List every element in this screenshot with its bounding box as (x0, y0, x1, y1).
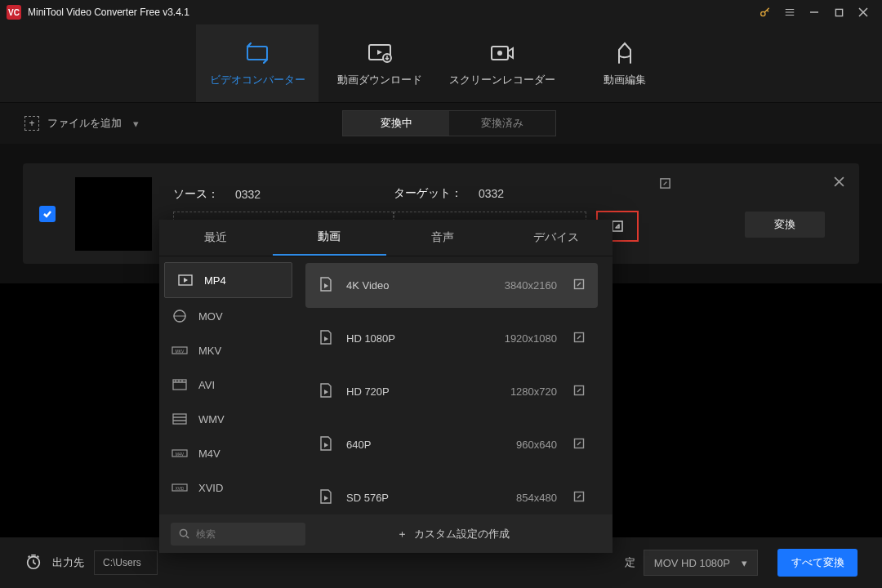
tab-recent[interactable]: 最近 (159, 220, 273, 256)
target-label: ターゲット： (394, 186, 462, 201)
record-icon (489, 40, 515, 66)
format-item-wmv[interactable]: WMV (159, 402, 297, 436)
format-item-xvid[interactable]: XVIDXVID (159, 470, 297, 505)
play-file-icon (318, 276, 335, 295)
mov-icon (171, 309, 189, 323)
preset-edit-icon[interactable] (573, 438, 585, 452)
app-logo-icon: VC (7, 5, 21, 20)
mkv-icon: MKV (171, 345, 189, 355)
preset-resolution: 1280x720 (488, 385, 557, 398)
remove-file-button[interactable] (834, 176, 844, 189)
svg-rect-18 (173, 414, 186, 424)
output-preset-dropdown[interactable]: MOV HD 1080P ▾ (644, 550, 758, 576)
edit-target-icon[interactable] (659, 177, 671, 192)
output-path-field[interactable]: C:\Users (94, 550, 158, 575)
nav-label: 動画ダウンロード (337, 73, 422, 87)
seg-converted[interactable]: 変換済み (449, 111, 555, 136)
preset-resolution: 1920x1080 (488, 332, 557, 345)
search-icon (179, 528, 189, 539)
close-button[interactable] (851, 0, 875, 24)
toolbar: + ファイルを追加 ▾ 変換中 変換済み (0, 103, 882, 144)
format-popup: 最近 動画 音声 デバイス MP4 MOV MKVMKV AVI WMV M4V… (159, 220, 612, 553)
format-item-mov[interactable]: MOV (159, 299, 297, 333)
clock-icon[interactable] (24, 553, 42, 573)
preset-640p[interactable]: 640P 960x640 (305, 422, 598, 467)
format-list: MP4 MOV MKVMKV AVI WMV M4VM4V XVIDXVID A… (159, 256, 297, 514)
format-item-m4v[interactable]: M4VM4V (159, 436, 297, 470)
format-item-mp4[interactable]: MP4 (164, 262, 292, 298)
plus-icon: ＋ (397, 527, 408, 541)
settings-suffix: 定 (625, 555, 635, 570)
file-checkbox[interactable] (39, 206, 56, 222)
nav-video-download[interactable]: 動画ダウンロード (318, 24, 441, 102)
xvid-icon: XVID (171, 483, 189, 492)
menu-icon[interactable] (777, 0, 802, 24)
minimize-button[interactable] (802, 0, 826, 24)
tab-audio[interactable]: 音声 (386, 220, 500, 256)
preset-edit-icon[interactable] (573, 332, 585, 345)
preset-4k[interactable]: 4K Video 3840x2160 (305, 263, 598, 308)
preset-edit-icon[interactable] (573, 278, 585, 292)
edit-icon (614, 40, 635, 66)
preset-1080p[interactable]: HD 1080P 1920x1080 (305, 316, 598, 361)
status-segmented-control: 変換中 変換済み (342, 110, 556, 136)
video-file-icon (176, 274, 194, 286)
download-icon (367, 40, 393, 66)
add-file-label: ファイルを追加 (47, 116, 122, 131)
chevron-down-icon: ▾ (742, 557, 747, 569)
play-file-icon (318, 329, 335, 348)
play-file-icon (318, 488, 335, 507)
preset-name: 4K Video (346, 279, 488, 292)
nav-label: ビデオコンバーター (210, 73, 305, 87)
search-input[interactable] (194, 528, 279, 541)
nav-video-edit[interactable]: 動画編集 (564, 24, 686, 102)
video-thumbnail[interactable] (75, 177, 152, 251)
main-nav: ビデオコンバーター 動画ダウンロード スクリーンレコーダー 動画編集 (0, 24, 882, 103)
convert-button[interactable]: 変換 (745, 212, 825, 238)
play-file-icon (318, 435, 335, 454)
svg-text:XVID: XVID (176, 487, 185, 491)
svg-point-29 (180, 529, 186, 536)
preset-edit-icon[interactable] (573, 385, 585, 399)
create-custom-preset[interactable]: ＋ カスタム設定の作成 (305, 527, 601, 541)
app-title: MiniTool Video Converter Free v3.4.1 (28, 7, 189, 18)
nav-screen-recorder[interactable]: スクリーンレコーダー (441, 24, 564, 102)
format-item-mkv[interactable]: MKVMKV (159, 333, 297, 368)
wmv-icon (171, 413, 189, 425)
chevron-down-icon: ▾ (133, 118, 139, 130)
preset-576p[interactable]: SD 576P 854x480 (305, 475, 598, 514)
maximize-button[interactable] (826, 0, 851, 24)
output-label: 出力先 (52, 555, 84, 570)
svg-text:M4V: M4V (176, 452, 185, 457)
svg-text:MKV: MKV (176, 349, 185, 354)
popup-tabs: 最近 動画 音声 デバイス (159, 220, 612, 256)
preset-list[interactable]: 4K Video 3840x2160 HD 1080P 1920x1080 HD… (297, 256, 612, 514)
search-box[interactable] (171, 523, 305, 546)
preset-resolution: 854x480 (488, 492, 557, 504)
title-bar: VC MiniTool Video Converter Free v3.4.1 (0, 0, 882, 24)
seg-converting[interactable]: 変換中 (343, 111, 449, 136)
key-icon[interactable] (753, 0, 777, 24)
svg-rect-1 (835, 9, 842, 16)
nav-video-converter[interactable]: ビデオコンバーター (196, 24, 318, 102)
convert-all-button[interactable]: すべて変換 (777, 549, 858, 577)
format-item-avi[interactable]: AVI (159, 368, 297, 402)
preset-edit-icon[interactable] (573, 491, 585, 505)
preset-name: SD 576P (346, 492, 488, 504)
preset-name: 640P (346, 439, 488, 451)
plus-icon: + (24, 116, 39, 131)
svg-point-6 (497, 51, 502, 56)
tab-device[interactable]: デバイス (499, 220, 612, 256)
convert-icon (244, 40, 270, 66)
source-label: ソース： (173, 187, 219, 202)
preset-name: HD 1080P (346, 332, 488, 345)
format-item-asf[interactable]: ASF (159, 505, 297, 514)
source-filename: 0332 (235, 188, 261, 201)
popup-footer: ＋ カスタム設定の作成 (159, 514, 612, 553)
preset-720p[interactable]: HD 720P 1280x720 (305, 369, 598, 414)
add-file-button[interactable]: + ファイルを追加 ▾ (24, 116, 139, 131)
avi-icon (171, 379, 189, 390)
tab-video[interactable]: 動画 (273, 220, 386, 256)
m4v-icon: M4V (171, 448, 189, 458)
nav-label: スクリーンレコーダー (449, 73, 555, 87)
